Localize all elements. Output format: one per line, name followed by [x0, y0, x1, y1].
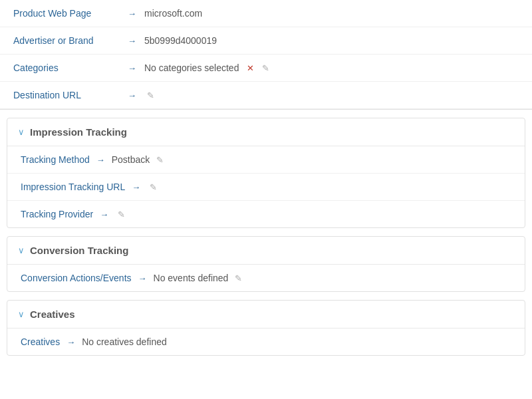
- creatives-row: Creatives → No creatives defined: [7, 329, 525, 355]
- creatives-arrow: →: [66, 337, 75, 347]
- categories-label: Categories: [13, 63, 120, 73]
- conversion-actions-row: Conversion Actions/Events → No events de…: [7, 265, 525, 291]
- impression-url-row: Impression Tracking URL → ✎: [7, 174, 525, 201]
- impression-tracking-title: Impression Tracking: [30, 126, 127, 138]
- conversion-tracking-header[interactable]: ∨ Conversion Tracking: [7, 237, 525, 265]
- tracking-provider-label: Tracking Provider: [21, 209, 93, 219]
- creatives-section: ∨ Creatives Creatives → No creatives def…: [7, 300, 525, 356]
- categories-edit-icon[interactable]: ✎: [262, 63, 269, 73]
- creatives-header[interactable]: ∨ Creatives: [7, 301, 525, 329]
- impression-tracking-header[interactable]: ∨ Impression Tracking: [7, 118, 525, 146]
- advertiser-row: Advertiser or Brand → 5b0999d4000019: [0, 27, 532, 55]
- creatives-label: Creatives: [21, 336, 60, 347]
- advertiser-arrow: →: [128, 36, 136, 46]
- categories-no-selection: No categories selected: [144, 63, 239, 73]
- destination-url-edit-icon[interactable]: ✎: [147, 90, 154, 100]
- tracking-provider-arrow: →: [100, 209, 108, 219]
- product-web-page-arrow: →: [128, 9, 136, 19]
- conversion-tracking-title: Conversion Tracking: [30, 245, 128, 256]
- impression-url-edit-icon[interactable]: ✎: [150, 182, 157, 192]
- tracking-method-value: Postback: [112, 154, 150, 165]
- conversion-actions-arrow: →: [138, 273, 147, 283]
- destination-url-label: Destination URL: [13, 90, 120, 100]
- tracking-provider-row: Tracking Provider → ✎: [7, 201, 525, 227]
- categories-arrow: →: [128, 63, 136, 73]
- no-events-text: No events defined: [154, 273, 229, 283]
- top-section: Product Web Page → microsoft.com Adverti…: [0, 0, 532, 110]
- creatives-title: Creatives: [30, 309, 75, 320]
- tracking-provider-edit-icon[interactable]: ✎: [118, 209, 125, 219]
- impression-url-arrow: →: [132, 182, 140, 192]
- conversion-actions-edit-icon[interactable]: ✎: [235, 273, 242, 283]
- no-creatives-text: No creatives defined: [82, 336, 167, 347]
- conversion-chevron-icon: ∨: [18, 245, 25, 255]
- impression-chevron-icon: ∨: [18, 127, 25, 137]
- conversion-actions-label: Conversion Actions/Events: [21, 273, 132, 283]
- creatives-chevron-icon: ∨: [18, 309, 25, 319]
- conversion-tracking-section: ∨ Conversion Tracking Conversion Actions…: [7, 236, 525, 292]
- destination-url-row: Destination URL → ✎: [0, 82, 532, 109]
- tracking-method-label: Tracking Method: [21, 154, 90, 165]
- impression-tracking-section: ∨ Impression Tracking Tracking Method → …: [7, 118, 525, 228]
- advertiser-value: 5b0999d4000019: [144, 35, 217, 46]
- categories-close-icon[interactable]: ✕: [247, 63, 254, 73]
- product-web-page-value: microsoft.com: [144, 8, 202, 19]
- impression-url-label: Impression Tracking URL: [21, 182, 125, 192]
- tracking-method-row: Tracking Method → Postback ✎: [7, 146, 525, 174]
- tracking-method-arrow: →: [96, 155, 105, 165]
- advertiser-label: Advertiser or Brand: [13, 35, 120, 46]
- tracking-method-edit-icon[interactable]: ✎: [156, 155, 164, 165]
- product-web-page-row: Product Web Page → microsoft.com: [0, 0, 532, 27]
- categories-row: Categories → No categories selected ✕ ✎: [0, 55, 532, 82]
- product-web-page-label: Product Web Page: [13, 8, 120, 19]
- destination-url-arrow: →: [128, 90, 136, 100]
